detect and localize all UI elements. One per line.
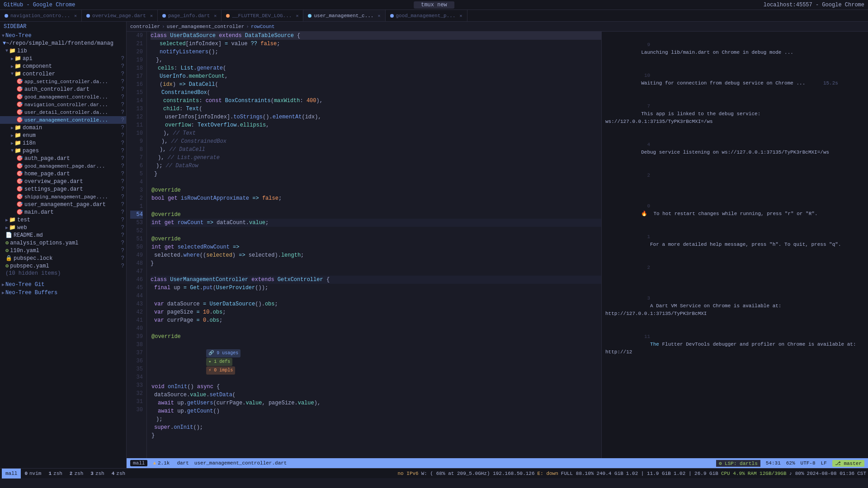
code-content[interactable]: class UserDataSource extends DataTableSo… (147, 32, 601, 458)
tree-item-home-page[interactable]: 🎯 home_page.dart ? (0, 170, 126, 178)
tab-overview-page[interactable]: overview_page.dart ✕ (82, 10, 158, 22)
neo-tree-git-header[interactable]: ▶ Neo-Tree Git (0, 281, 126, 289)
tree-item-auth-page[interactable]: 🎯 auth_page.dart ? (0, 155, 126, 162)
tree-item-navigation-controller[interactable]: 🎯 navigation_controller.dar... ? (0, 101, 126, 108)
tree-item-enum[interactable]: ▶ 📁 enum ? (0, 131, 126, 139)
neo-tree-buffers-header[interactable]: ▶ Neo-Tree Buffers (0, 289, 126, 297)
question-mark: ? (121, 71, 126, 77)
tree-root[interactable]: ▼ ~/repo/simple_mall/frontend/manag (0, 40, 126, 47)
term-line: 10 Waiting for connection from debug ser… (605, 64, 864, 95)
tab-label: good_management_p... (396, 13, 456, 19)
tree-label-test: test (17, 217, 30, 223)
tree-item-auth-controller[interactable]: 🎯 auth_controller.dart ? (0, 85, 126, 93)
tree-item-pubspec-yaml[interactable]: ⚙ pubspec.yaml ? (0, 262, 126, 270)
question-mark: ? (121, 163, 126, 169)
code-editor[interactable]: 49 21 20 19 18 17 16 15 14 13 12 11 10 9 (127, 32, 601, 458)
code-line: constraints: const BoxConstraints(maxWid… (151, 97, 601, 105)
tmux-pane-zsh1[interactable]: 1 zsh (45, 469, 66, 479)
tab-close-icon[interactable]: ✕ (296, 13, 298, 19)
question-mark: ? (121, 56, 126, 62)
chevron-right-icon: ▶ (11, 133, 14, 138)
tab-close-icon[interactable]: ✕ (214, 13, 217, 19)
code-line: var dataSource = UserDataSource().obs; (151, 300, 601, 308)
folder-icon: 📁 (9, 47, 16, 54)
tab-close-icon[interactable]: ✕ (377, 13, 380, 19)
tree-item-user-mgmt-page[interactable]: 🎯 user_management_page.dart ? (0, 201, 126, 208)
tab-page-info[interactable]: page_info.dart ✕ (158, 10, 222, 22)
tree-item-settings-page[interactable]: 🎯 settings_page.dart ? (0, 185, 126, 193)
tree-label-controller: controller (23, 71, 55, 77)
tree-item-component[interactable]: ▶ 📁 component ? (0, 62, 126, 70)
tree-item-main-dart[interactable]: 🎯 main.dart ? (0, 208, 126, 216)
tmux-pane-zsh3[interactable]: 3 zsh (87, 469, 108, 479)
folder-icon: 📁 (9, 224, 16, 231)
tree-item-user-management-controller[interactable]: 🎯 user_management_controlle... ? (0, 116, 126, 124)
tab-navigation-controller[interactable]: navigation_contro... ✕ (0, 10, 82, 22)
hint-usages: 🔗 9 usages (206, 349, 241, 357)
tab-user-management-controller[interactable]: user_management_c... ✕ (303, 10, 385, 22)
yaml-file-icon: ⚙ (5, 247, 9, 254)
code-line (151, 267, 601, 276)
dart-file-icon: 🎯 (16, 201, 23, 208)
term-line: 4 Debug service listening on ws://127.0.… (605, 133, 864, 164)
tmux-pane-nvim[interactable]: 0 nvim (21, 469, 45, 479)
tree-item-lib[interactable]: ▼ 📁 lib (0, 47, 126, 55)
tree-item-web[interactable]: ▶ 📁 web ? (0, 224, 126, 231)
tmux-tz: CST (857, 471, 866, 476)
tab-close-icon[interactable]: ✕ (460, 13, 462, 19)
code-line: await up.getCount() (151, 407, 601, 415)
tab-label: __FLUTTER_DEV_LOG... (232, 13, 292, 19)
tree-label-user-mgmt-page: user_management_page.dart (24, 202, 106, 208)
chevron-down-icon: ▼ (11, 148, 14, 153)
tree-item-analysis-options[interactable]: ⚙ analysis_options.yaml ? (0, 239, 126, 247)
tree-item-user-detail[interactable]: 🎯 user_detail_controller.da... ? (0, 108, 126, 116)
tree-item-controller[interactable]: ▼ 📁 controller ? (0, 70, 126, 78)
question-mark: ? (121, 240, 126, 246)
tab-close-icon[interactable]: ✕ (150, 13, 153, 19)
chevron-down-icon: ▼ (11, 71, 14, 76)
term-line: 2 (605, 164, 864, 195)
tab-good-management-page[interactable]: good_management_p... ✕ (386, 10, 467, 22)
tree-item-good-management[interactable]: 🎯 good_management_controlle... ? (0, 93, 126, 101)
tree-item-app-setting[interactable]: 🎯 app_setting_controller.da... ? (0, 78, 126, 85)
tmux-pane-zsh2[interactable]: 2 zsh (66, 469, 87, 479)
tab-flutter-dev-log[interactable]: __FLUTTER_DEV_LOG... ✕ (222, 10, 303, 22)
chevron-right-icon: ▶ (11, 56, 14, 61)
code-line: @override (151, 186, 601, 194)
tree-label-pubspec-lock: pubspec.lock (14, 255, 52, 262)
tree-item-domain[interactable]: ▶ 📁 domain ? (0, 124, 126, 131)
code-line: bool get isRowCountApproximate => false; (151, 194, 601, 202)
question-mark: ? (121, 248, 126, 254)
neo-tree-header[interactable]: ▼ Neo-Tree (0, 32, 126, 40)
status-lang-label: dart (175, 460, 190, 466)
tmux-pane-zsh4[interactable]: 4 zsh (108, 469, 129, 479)
tree-item-overview-page[interactable]: 🎯 overview_page.dart ? (0, 178, 126, 185)
code-line: userInfos[infoIndex].toStrings().element… (151, 113, 601, 121)
tab-close-icon[interactable]: ✕ (74, 13, 77, 19)
tree-item-l10n[interactable]: ⚙ l10n.yaml ? (0, 247, 126, 254)
chevron-down-icon: ▼ (2, 33, 5, 38)
tree-item-shipping-page[interactable]: 🎯 shipping_management_page.... ? (0, 193, 126, 201)
status-mode-label: mall (130, 460, 147, 466)
tree-item-api[interactable]: ▶ 📁 api ? (0, 55, 126, 62)
tree-label-home-page: home_page.dart (24, 171, 70, 177)
yaml-file-icon: ⚙ (5, 263, 9, 269)
tmux-pane-mall[interactable]: mall (2, 469, 21, 479)
tree-item-pubspec-lock[interactable]: 🔒 pubspec.lock ? (0, 254, 126, 262)
tab-label: navigation_contro... (10, 13, 70, 19)
status-line-ending: LF (821, 460, 827, 466)
tree-item-i18n[interactable]: ▶ 📁 i18n ? (0, 139, 126, 147)
term-line: 2 (605, 256, 864, 287)
tree-item-test[interactable]: ▶ 📁 test ? (0, 216, 126, 224)
tree-label-user-detail: user_detail_controller.da... (24, 110, 108, 115)
tree-label-settings-page: settings_page.dart (24, 186, 83, 192)
code-line: ), // DataCell (151, 145, 601, 154)
tab-dot (308, 14, 311, 18)
status-error-count: 2.1k (158, 460, 170, 466)
question-mark: ? (121, 194, 126, 200)
tree-item-pages[interactable]: ▼ 📁 pages ? (0, 147, 126, 155)
tree-item-readme[interactable]: 📄 README.md ? (0, 231, 126, 239)
window-title-left: GitHub - Google Chrome (4, 2, 75, 8)
code-line: await up.getUsers(currPage.value, pageSi… (151, 399, 601, 407)
tree-item-good-mgmt-page[interactable]: 🎯 good_management_page.dar... ? (0, 162, 126, 170)
